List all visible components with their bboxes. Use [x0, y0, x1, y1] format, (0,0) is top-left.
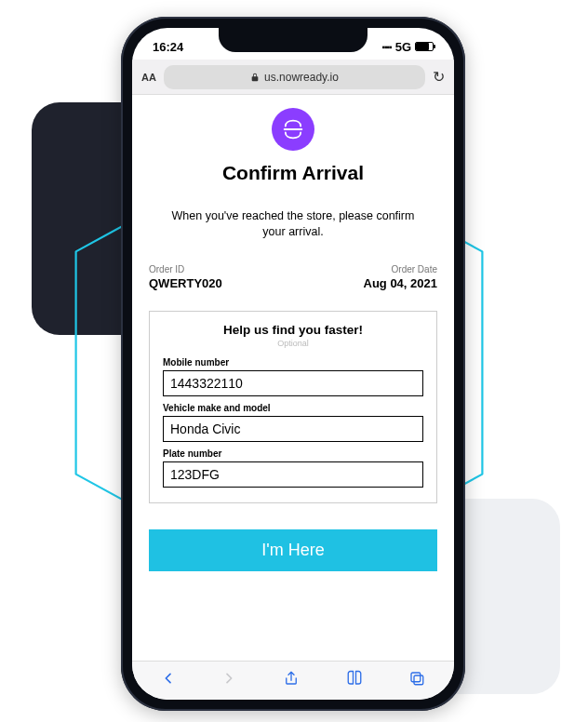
svg-rect-2 [414, 675, 423, 685]
order-id-block: Order ID QWERTY020 [149, 264, 222, 290]
vehicle-label: Vehicle make and model [163, 403, 423, 413]
phone-notch [219, 28, 368, 52]
page-content: Confirm Arrival When you've reached the … [132, 95, 454, 661]
chevron-right-icon [221, 671, 236, 686]
vehicle-input[interactable] [163, 416, 423, 442]
confirm-arrival-button[interactable]: I'm Here [149, 529, 437, 571]
order-date-label: Order Date [364, 264, 438, 274]
svg-rect-1 [411, 673, 421, 682]
plate-label: Plate number [163, 448, 423, 459]
share-icon [283, 670, 300, 687]
mobile-input[interactable] [163, 370, 423, 396]
network-label: 5G [395, 40, 411, 54]
browser-toolbar: AA us.nowready.io ↻ [132, 60, 454, 95]
chevron-left-icon [161, 671, 176, 686]
bookmarks-button[interactable] [346, 670, 363, 691]
mobile-label: Mobile number [163, 357, 423, 368]
order-date-value: Aug 04, 2021 [364, 276, 438, 290]
order-id-value: QWERTY020 [149, 276, 222, 290]
burger-icon [280, 116, 306, 142]
page-subtitle: When you've reached the store, please co… [149, 208, 437, 240]
phone-screen: 16:24 ▪▪▪▪ 5G AA us.nowready.io ↻ [132, 28, 454, 700]
status-time: 16:24 [153, 40, 183, 54]
plate-input[interactable] [163, 461, 423, 488]
form-optional-label: Optional [163, 339, 423, 348]
phone-frame: 16:24 ▪▪▪▪ 5G AA us.nowready.io ↻ [121, 17, 465, 711]
tabs-icon [408, 670, 425, 687]
book-icon [346, 670, 363, 687]
address-bar[interactable]: us.nowready.io [164, 65, 425, 89]
signal-icon: ▪▪▪▪ [381, 42, 391, 52]
url-text: us.nowready.io [264, 71, 339, 84]
back-button[interactable] [161, 671, 176, 690]
vehicle-form: Help us find you faster! Optional Mobile… [149, 311, 437, 503]
order-summary: Order ID QWERTY020 Order Date Aug 04, 20… [149, 264, 437, 290]
text-size-button[interactable]: AA [141, 72, 156, 83]
share-button[interactable] [283, 670, 300, 691]
browser-bottom-toolbar [132, 661, 454, 700]
order-date-block: Order Date Aug 04, 2021 [364, 264, 438, 290]
brand-logo [272, 108, 314, 151]
battery-icon [415, 42, 434, 51]
page-title: Confirm Arrival [222, 162, 364, 184]
lock-icon [250, 73, 260, 82]
forward-button[interactable] [221, 671, 236, 690]
form-heading: Help us find you faster! [163, 323, 423, 337]
reload-button[interactable]: ↻ [433, 68, 445, 86]
tabs-button[interactable] [408, 670, 425, 691]
order-id-label: Order ID [149, 264, 222, 274]
